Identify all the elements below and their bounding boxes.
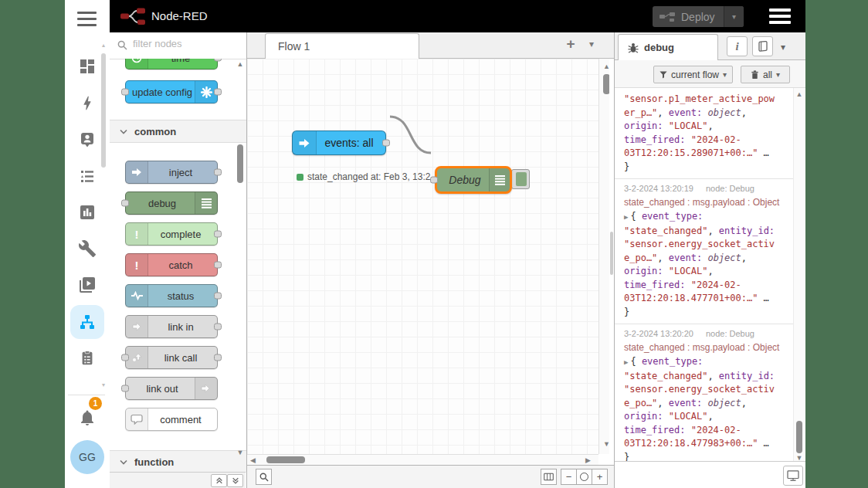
notifications-button[interactable]: 1: [70, 401, 104, 435]
message-subject: state_changed : msg.payload : Object: [624, 196, 790, 208]
person-badge-icon: [78, 130, 97, 149]
sidebar-item-logbook[interactable]: [70, 159, 104, 193]
user-avatar[interactable]: GG: [70, 440, 104, 474]
flow-list-button[interactable]: ▾: [589, 39, 594, 49]
search-icon: [117, 40, 127, 50]
flow-node-events-all[interactable]: events: all: [292, 130, 386, 155]
scrollbar-thumb[interactable]: [266, 456, 305, 463]
payload-token: "sensor.p1_meter_active_pow: [624, 93, 775, 104]
filter-funnel-icon: [659, 71, 667, 79]
scrollbar-thumb[interactable]: [796, 421, 802, 453]
payload-token: ,: [741, 398, 747, 408]
tab-debug[interactable]: debug: [618, 34, 718, 60]
palette-node-complete[interactable]: ! complete: [125, 222, 218, 246]
payload-token: [685, 134, 690, 145]
palette-node-debug[interactable]: debug: [125, 191, 218, 215]
palette-category-common[interactable]: common: [110, 120, 246, 143]
navigator-button[interactable]: [541, 469, 557, 485]
chevron-down-icon: [120, 129, 127, 134]
payload-token: {: [630, 211, 641, 222]
deploy-options-button[interactable]: ▾: [724, 6, 744, 27]
scroll-up-icon[interactable]: ▲: [794, 90, 805, 98]
info-icon: i: [735, 40, 738, 53]
node-output-port: [214, 324, 222, 330]
node-output-port[interactable]: [382, 140, 390, 147]
add-flow-button[interactable]: +: [561, 36, 580, 54]
help-tab-button[interactable]: [752, 36, 773, 56]
sidebar-item-dashboard[interactable]: [70, 49, 104, 83]
payload-token: event_type:: [642, 356, 703, 367]
message-payload: ▶{ event_type:"state_changed", entity_id…: [624, 210, 790, 319]
scroll-left-icon[interactable]: ◀: [250, 456, 256, 464]
debug-scrollbar[interactable]: ▲ ▼: [793, 88, 805, 461]
exclamation-icon: !: [126, 223, 148, 245]
sidebar-menu-button[interactable]: [77, 12, 97, 30]
expand-all-categories-button[interactable]: [227, 474, 243, 487]
palette-node-comment[interactable]: comment: [125, 408, 218, 431]
palette-node-time[interactable]: time: [125, 59, 218, 69]
sidebar-item-todo[interactable]: [70, 341, 104, 375]
expand-caret-icon[interactable]: ▶: [624, 213, 628, 221]
sidebar-item-history[interactable]: [70, 195, 104, 229]
palette-node-link-out[interactable]: link out: [125, 377, 218, 400]
sidebar-item-developer-tools[interactable]: [70, 232, 104, 266]
main-menu-button[interactable]: [769, 8, 791, 27]
comment-bubble-icon: [126, 408, 148, 430]
payload-token: event:: [669, 252, 702, 263]
info-tab-button[interactable]: i: [727, 36, 748, 56]
zoom-out-button[interactable]: −: [561, 469, 577, 485]
sidebar-options-button[interactable]: ▾: [781, 42, 785, 53]
app-window: ▴ ▾ 1: [65, 0, 805, 488]
palette-node-link-in[interactable]: link in: [125, 315, 218, 338]
deploy-button[interactable]: Deploy ▾: [653, 6, 744, 27]
payload-token: object: [707, 398, 741, 408]
collapse-all-categories-button[interactable]: [211, 474, 227, 487]
tab-flow-1[interactable]: Flow 1: [265, 33, 419, 59]
palette-node-inject[interactable]: inject: [125, 161, 218, 184]
palette-node-label: catch: [147, 254, 214, 276]
scroll-up-icon[interactable]: ▲: [235, 60, 246, 68]
palette-node-catch[interactable]: ! catch: [125, 253, 218, 276]
message-node-name: node: Debug: [706, 329, 754, 338]
debug-clear-button[interactable]: all ▾: [741, 66, 790, 83]
scroll-right-icon[interactable]: ▶: [585, 456, 591, 464]
scroll-down-icon[interactable]: ▼: [235, 449, 246, 456]
node-input-port[interactable]: [430, 177, 438, 184]
ha-sidebar: ▴ ▾ 1: [65, 0, 110, 488]
zoom-in-button[interactable]: +: [592, 469, 608, 485]
event-log-button[interactable]: [783, 466, 803, 486]
payload-token: ,: [741, 107, 747, 118]
expand-caret-icon[interactable]: ▶: [624, 358, 628, 366]
scrollbar-thumb[interactable]: [237, 144, 243, 183]
sidebar-item-media[interactable]: [70, 268, 104, 302]
debug-message: 3-2-2024 13:20:19node: Debugstate_change…: [615, 179, 793, 324]
zoom-reset-button[interactable]: [576, 469, 592, 485]
palette-scrollbar[interactable]: ▲ ▼: [235, 59, 246, 473]
payload-token: time_fired:: [624, 425, 685, 435]
scroll-down-icon[interactable]: ▾: [100, 381, 107, 388]
message-payload: "sensor.p1_meter_active_power_p…", event…: [624, 93, 790, 174]
sidebar-item-node-red[interactable]: [70, 305, 104, 339]
palette-node-status[interactable]: status: [125, 284, 218, 307]
scroll-up-icon[interactable]: ▴: [100, 42, 107, 49]
payload-token: ,: [657, 252, 668, 263]
payload-token: origin:: [624, 120, 663, 131]
flow-node-label: events: all: [316, 131, 382, 154]
palette-search-input[interactable]: [131, 37, 235, 50]
search-flows-button[interactable]: [256, 469, 272, 485]
palette-node-update-config[interactable]: update config: [125, 80, 218, 103]
debug-enable-toggle[interactable]: [511, 169, 530, 189]
splitter-grip[interactable]: [610, 232, 613, 275]
canvas-horizontal-scrollbar[interactable]: ◀ ▶: [247, 454, 598, 465]
flow-canvas[interactable]: state_changed at: Feb 3, 13:2 events: al…: [247, 59, 598, 454]
wire-events-to-debug[interactable]: [390, 117, 431, 153]
sidebar-item-people[interactable]: [70, 123, 104, 157]
message-node-name: node: Debug: [706, 184, 754, 193]
debug-filter-button[interactable]: current flow ▾: [653, 66, 733, 83]
console-monitor-icon: [787, 470, 799, 481]
link-out-icon: [195, 378, 217, 399]
palette-category-function[interactable]: function: [110, 450, 246, 473]
flow-node-debug[interactable]: Debug: [435, 166, 512, 194]
sidebar-item-energy[interactable]: [70, 86, 104, 120]
palette-node-link-call[interactable]: link call: [125, 346, 218, 369]
